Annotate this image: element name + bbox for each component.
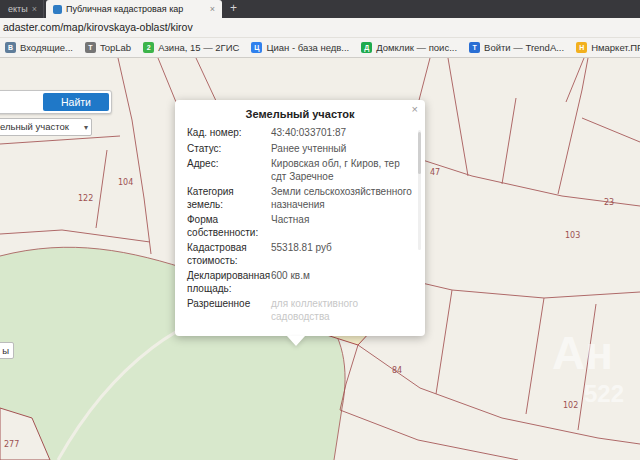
nmarket-favicon: Н xyxy=(576,42,587,53)
popup-row-value: 55318.81 руб xyxy=(271,242,413,267)
tab-partial-close-icon[interactable]: × xyxy=(32,0,44,18)
search-input[interactable] xyxy=(0,94,43,110)
bookmark-item[interactable]: TВойти — TrendA... xyxy=(469,42,564,53)
toplab-favicon: T xyxy=(85,42,96,53)
popup-row-label: Кадастровая стоимость: xyxy=(187,242,263,267)
bookmark-item[interactable]: ЦЦиан - база недв... xyxy=(251,42,349,53)
popup-pointer xyxy=(287,336,305,346)
mail-favicon: В xyxy=(5,42,16,53)
url-text[interactable]: adaster.com/map/kirovskaya-oblast/kirov xyxy=(0,18,640,37)
bookmark-label: Циан - база недв... xyxy=(266,42,349,53)
popup-row: Статус:Ранее учтенный xyxy=(187,143,413,156)
bookmark-label: Войти — TrendA... xyxy=(484,42,564,53)
popup-scrollbar-thumb[interactable] xyxy=(418,132,421,174)
popup-row-label: Декларированная площадь: xyxy=(187,270,263,295)
popup-row-label: Статус: xyxy=(187,143,263,156)
search-find-button[interactable]: Найти xyxy=(43,93,109,111)
popup-row: Разрешенноедля коллективного садоводства xyxy=(187,298,413,323)
popup-row-value: Ранее учтенный xyxy=(271,143,413,156)
popup-row-label: Форма собственности: xyxy=(187,214,263,239)
bookmark-item[interactable]: ННмаркет.ПРО - Ф... xyxy=(576,42,640,53)
parcel-label: 47 xyxy=(430,168,440,177)
bookmark-item[interactable]: TTopLab xyxy=(85,42,131,53)
object-type-value: ельный участок xyxy=(0,121,69,132)
tab-title: Публичная кадастровая кар xyxy=(66,4,206,14)
popup-row: Кад. номер:43:40:033701:87 xyxy=(187,127,413,140)
bookmark-item[interactable]: ВВходящие... xyxy=(5,42,73,53)
parcel-label: 277 xyxy=(4,440,19,449)
popup-row-value: Земли сельскохозяйственного назначения xyxy=(271,186,413,211)
bookmark-item[interactable]: ДДомклик — поис... xyxy=(361,42,457,53)
address-bar[interactable]: adaster.com/map/kirovskaya-oblast/kirov xyxy=(0,18,640,38)
popup-row: Декларированная площадь:600 кв.м xyxy=(187,270,413,295)
bookmark-item[interactable]: 2Азина, 15 — 2ГИС xyxy=(143,42,239,53)
popup-title: Земельный участок xyxy=(187,108,413,120)
chevron-down-icon: ▾ xyxy=(84,120,88,136)
tab-active[interactable]: Публичная кадастровая кар × xyxy=(46,0,222,18)
popup-row-label: Разрешенное xyxy=(187,298,263,323)
bookmark-label: Входящие... xyxy=(20,42,73,53)
new-tab-button[interactable]: + xyxy=(222,0,245,18)
popup-row-label: Кад. номер: xyxy=(187,127,263,140)
parcel-label: 102 xyxy=(563,401,578,410)
popup-row-value: для коллективного садоводства xyxy=(271,298,413,323)
tab-close-icon[interactable]: × xyxy=(210,4,215,14)
cadastral-map[interactable]: 122 104 47 23 103 87 84 102 277 Ан 522 Н… xyxy=(0,58,640,460)
popup-row: Адрес:Кировская обл, г Киров, тер сдт За… xyxy=(187,158,413,183)
popup-row: Кадастровая стоимость:55318.81 руб xyxy=(187,242,413,267)
popup-row: Форма собственности:Частная xyxy=(187,214,413,239)
popup-row-label: Категория земель: xyxy=(187,186,263,211)
trendagent-favicon: T xyxy=(469,42,480,53)
popup-close-icon[interactable]: × xyxy=(412,103,418,115)
domclick-favicon: Д xyxy=(361,42,372,53)
popup-row-value: Частная xyxy=(271,214,413,239)
popup-row-value: 600 кв.м xyxy=(271,270,413,295)
popup-row: Категория земель:Земли сельскохозяйствен… xyxy=(187,186,413,211)
popup-row-label: Адрес: xyxy=(187,158,263,183)
parcel-label: 122 xyxy=(78,194,93,203)
tab-bar: екты × Публичная кадастровая кар × + xyxy=(0,0,640,18)
parcel-label: 84 xyxy=(392,366,402,375)
bookmark-label: Нмаркет.ПРО - Ф... xyxy=(591,42,640,53)
object-type-select[interactable]: ельный участок ▾ xyxy=(0,118,92,136)
popup-scrollbar[interactable] xyxy=(418,130,421,250)
map-side-button[interactable]: ы xyxy=(0,342,14,359)
parcel-label: 103 xyxy=(565,231,580,240)
bookmark-label: Домклик — поис... xyxy=(376,42,457,53)
parcel-label: 23 xyxy=(604,198,614,207)
bookmarks-bar: ВВходящие... TTopLab 2Азина, 15 — 2ГИС Ц… xyxy=(0,38,640,58)
parcel-info-popup: × Земельный участок Кад. номер:43:40:033… xyxy=(175,100,425,336)
bookmark-label: Азина, 15 — 2ГИС xyxy=(158,42,239,53)
map-search-box: Найти xyxy=(0,90,112,114)
bookmark-label: TopLab xyxy=(100,42,131,53)
popup-row-value: 43:40:033701:87 xyxy=(271,127,413,140)
parcel-label: 104 xyxy=(118,178,133,187)
cadastral-map-favicon xyxy=(53,5,62,14)
cian-favicon: Ц xyxy=(251,42,262,53)
browser-window: екты × Публичная кадастровая кар × + ada… xyxy=(0,0,640,460)
tab-partial[interactable]: екты xyxy=(0,0,32,18)
2gis-favicon: 2 xyxy=(143,42,154,53)
popup-row-value: Кировская обл, г Киров, тер сдт Заречное xyxy=(271,158,413,183)
